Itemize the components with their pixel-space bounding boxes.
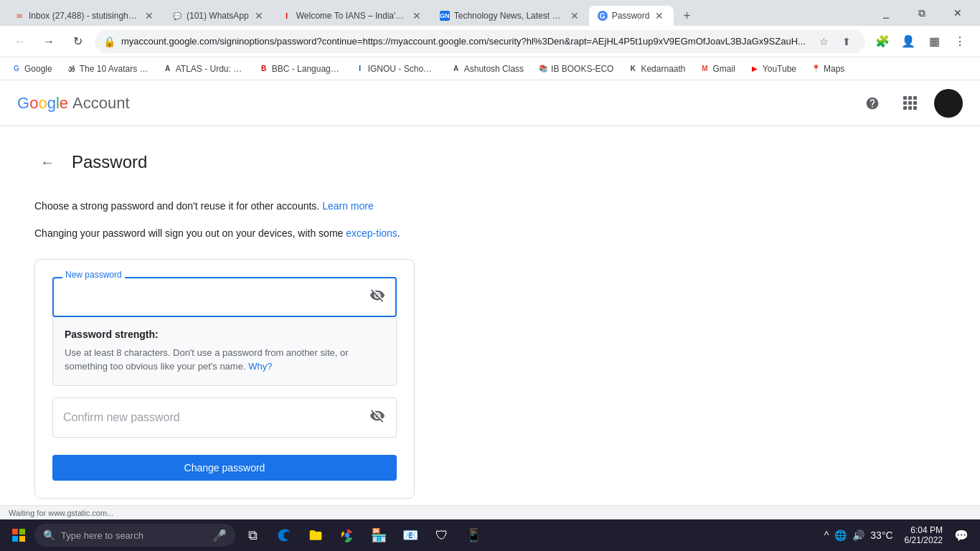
- svg-rect-2: [12, 536, 18, 542]
- logo-o-red: o: [29, 94, 38, 112]
- tab-favicon-technews: GN: [440, 11, 450, 21]
- eye-slash-icon: [369, 287, 385, 303]
- bookmark-favicon-avatars: 🕉: [67, 64, 77, 74]
- new-password-input[interactable]: [52, 277, 397, 317]
- nav-bar: ← → ↻ 🔒 myaccount.google.com/signinoptio…: [0, 26, 980, 57]
- microsoft-store-icon[interactable]: 🏪: [364, 521, 393, 550]
- bookmark-label-kedarnaath: Kedarnaath: [641, 64, 685, 74]
- bookmark-bbc[interactable]: B BBC - Languages - ...: [253, 62, 347, 76]
- bookmark-ibbooks[interactable]: 📚 IB BOOKS-ECO: [532, 62, 619, 76]
- toggle-confirm-password-button[interactable]: [367, 405, 388, 430]
- google-wordmark: Google: [17, 94, 68, 113]
- bookmark-label-avatars: The 10 Avatars of t...: [80, 64, 149, 74]
- refresh-nav-button[interactable]: ↻: [66, 30, 89, 53]
- profile-button[interactable]: 👤: [897, 30, 920, 53]
- taskbar-right: ^ 🌐 🔊 33°C 6:04 PM 6/21/2022 💬: [819, 522, 974, 548]
- system-tray[interactable]: ^ 🌐 🔊 33°C: [819, 527, 899, 544]
- share-icon[interactable]: ⬆: [837, 32, 857, 52]
- extensions-button[interactable]: 🧩: [871, 30, 894, 53]
- taskbar-search-icon: 🔍: [43, 529, 55, 541]
- tab-title-password: Password: [612, 11, 650, 21]
- eye-slash-confirm-icon: [369, 408, 385, 423]
- phone-icon[interactable]: 📱: [459, 521, 488, 550]
- google-account-header: Google Account: [0, 80, 980, 126]
- tab-technews[interactable]: GN Technology News, Latest & ... ✕: [431, 6, 589, 26]
- tab-close-inbox[interactable]: ✕: [143, 9, 155, 23]
- svg-rect-1: [19, 529, 25, 534]
- tab-favicon-whatsapp: 💬: [172, 11, 182, 21]
- new-tab-button[interactable]: +: [677, 6, 697, 26]
- svg-point-4: [345, 533, 350, 538]
- task-view-button[interactable]: ⧉: [238, 521, 267, 550]
- tab-title-ians: Welcome To IANS – India's L...: [296, 11, 407, 21]
- windows-security-icon[interactable]: 🛡: [428, 521, 456, 550]
- exceptions-link[interactable]: excep-tions: [346, 227, 397, 239]
- minimize-button[interactable]: ⎯: [870, 3, 903, 23]
- window-controls: ⎯ ⧉ ✕: [870, 3, 974, 23]
- notification-button[interactable]: 💬: [948, 522, 974, 548]
- bookmark-favicon-youtube: ▶: [750, 64, 760, 74]
- address-text: myaccount.google.com/signinoptions/passw…: [121, 36, 808, 47]
- taskbar-clock[interactable]: 6:04 PM 6/21/2022: [905, 525, 943, 545]
- bookmark-avatars[interactable]: 🕉 The 10 Avatars of t...: [61, 62, 154, 76]
- menu-button[interactable]: ⋮: [948, 30, 971, 53]
- outlook-icon[interactable]: 📧: [396, 521, 425, 550]
- restore-button[interactable]: ⧉: [905, 3, 938, 23]
- tab-close-whatsapp[interactable]: ✕: [253, 9, 265, 23]
- logo-g-blue: G: [17, 94, 29, 112]
- tab-close-password[interactable]: ✕: [654, 9, 665, 23]
- help-button[interactable]: [859, 90, 885, 116]
- tab-whatsapp[interactable]: 💬 (101) WhatsApp ✕: [164, 6, 273, 26]
- user-avatar[interactable]: [934, 89, 963, 118]
- back-nav-button[interactable]: ←: [9, 30, 32, 53]
- status-text: Waiting for www.gstatic.com...: [9, 509, 113, 517]
- bookmark-ignou[interactable]: I IGNOU - School of...: [349, 62, 443, 76]
- new-password-field: New password: [52, 277, 397, 317]
- close-button[interactable]: ✕: [941, 3, 974, 23]
- tab-inbox[interactable]: ✉ Inbox (27,488) - stutisingh22... ✕: [6, 6, 164, 26]
- bookmark-kedarnaath[interactable]: K Kedarnaath: [622, 62, 691, 76]
- confirm-password-field: [52, 397, 397, 438]
- start-button[interactable]: [6, 522, 32, 548]
- nav-right-buttons: 🧩 👤 ▦ ⋮: [871, 30, 971, 53]
- page-title: Password: [72, 152, 147, 172]
- bookmark-google[interactable]: G Google: [6, 62, 58, 76]
- bookmark-ashutosh[interactable]: A Ashutosh Class: [446, 62, 529, 76]
- back-button[interactable]: ←: [34, 149, 60, 175]
- bookmark-label-maps: Maps: [824, 64, 844, 74]
- tab-close-ians[interactable]: ✕: [411, 9, 423, 23]
- confirm-password-input[interactable]: [52, 397, 397, 438]
- toggle-new-password-button[interactable]: [367, 284, 388, 309]
- logo-g2-blue: g: [47, 94, 56, 112]
- bookmark-gmail[interactable]: M Gmail: [694, 62, 741, 76]
- bookmark-maps[interactable]: 📍 Maps: [805, 62, 850, 76]
- why-link[interactable]: Why?: [248, 361, 272, 372]
- bookmark-youtube[interactable]: ▶ YouTube: [744, 62, 802, 76]
- forward-nav-button[interactable]: →: [37, 30, 60, 53]
- edge-icon[interactable]: [270, 521, 298, 550]
- bookmark-favicon-google: G: [11, 64, 22, 74]
- ga-header-right: [859, 89, 963, 118]
- taskbar-search-bar[interactable]: 🔍 Type here to search 🎤: [34, 524, 235, 547]
- password-form: New password Password strength: Use at l…: [34, 259, 415, 499]
- page-area: Google Account: [0, 80, 980, 519]
- title-bar: ✉ Inbox (27,488) - stutisingh22... ✕ 💬 (…: [0, 0, 980, 26]
- file-explorer-icon[interactable]: [301, 521, 330, 550]
- tab-close-technews[interactable]: ✕: [569, 9, 580, 23]
- bookmark-atlas[interactable]: A ATLAS - Urdu: Urdu...: [157, 62, 250, 76]
- bookmark-favicon-bbc: B: [259, 64, 269, 74]
- page-main: ← Password Choose a strong password and …: [0, 126, 980, 505]
- tab-ians[interactable]: I Welcome To IANS – India's L... ✕: [273, 6, 431, 26]
- sidebar-button[interactable]: ▦: [923, 30, 946, 53]
- tab-password[interactable]: G Password ✕: [589, 6, 674, 26]
- tab-title-inbox: Inbox (27,488) - stutisingh22...: [29, 11, 139, 21]
- bookmark-label-ignou: IGNOU - School of...: [368, 64, 437, 74]
- google-apps-button[interactable]: [897, 90, 923, 116]
- status-bar: Waiting for www.gstatic.com...: [0, 505, 980, 519]
- bookmark-star-icon[interactable]: ☆: [814, 32, 834, 52]
- logo-e-red: e: [60, 94, 68, 112]
- chrome-icon[interactable]: [333, 521, 362, 550]
- address-bar[interactable]: 🔒 myaccount.google.com/signinoptions/pas…: [95, 30, 865, 53]
- change-password-button[interactable]: Change password: [52, 455, 397, 481]
- learn-more-link[interactable]: Learn more: [322, 200, 374, 212]
